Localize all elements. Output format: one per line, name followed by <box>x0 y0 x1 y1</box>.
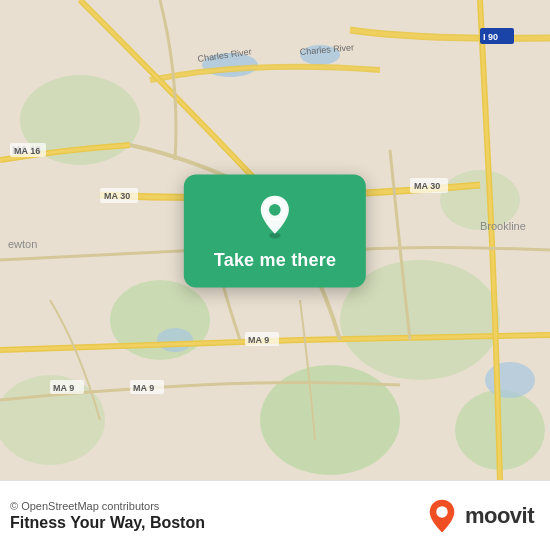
svg-point-34 <box>436 506 447 517</box>
svg-text:MA 9: MA 9 <box>53 383 74 393</box>
svg-point-10 <box>157 328 193 352</box>
svg-text:MA 9: MA 9 <box>133 383 154 393</box>
svg-point-32 <box>269 204 281 216</box>
osm-attribution: © OpenStreetMap contributors <box>10 500 205 512</box>
svg-text:MA 16: MA 16 <box>14 146 40 156</box>
svg-text:ewton: ewton <box>8 238 37 250</box>
svg-text:MA 30: MA 30 <box>414 181 440 191</box>
moovit-brand-label: moovit <box>465 503 534 529</box>
location-title: Fitness Your Way, Boston <box>10 514 205 532</box>
map-container: MA 16 MA 16 Charles River Charles River … <box>0 0 550 480</box>
svg-point-11 <box>485 362 535 398</box>
take-me-there-button[interactable]: Take me there <box>214 250 336 271</box>
svg-text:I 90: I 90 <box>483 32 498 42</box>
take-me-there-card[interactable]: Take me there <box>184 174 366 287</box>
svg-text:Brookline: Brookline <box>480 220 526 232</box>
bottom-info: © OpenStreetMap contributors Fitness You… <box>10 500 205 532</box>
moovit-pin-icon <box>424 498 460 534</box>
bottom-bar: © OpenStreetMap contributors Fitness You… <box>0 480 550 550</box>
svg-text:MA 30: MA 30 <box>104 191 130 201</box>
map-pin-icon <box>251 192 299 240</box>
svg-text:MA 9: MA 9 <box>248 335 269 345</box>
moovit-logo: moovit <box>424 498 534 534</box>
